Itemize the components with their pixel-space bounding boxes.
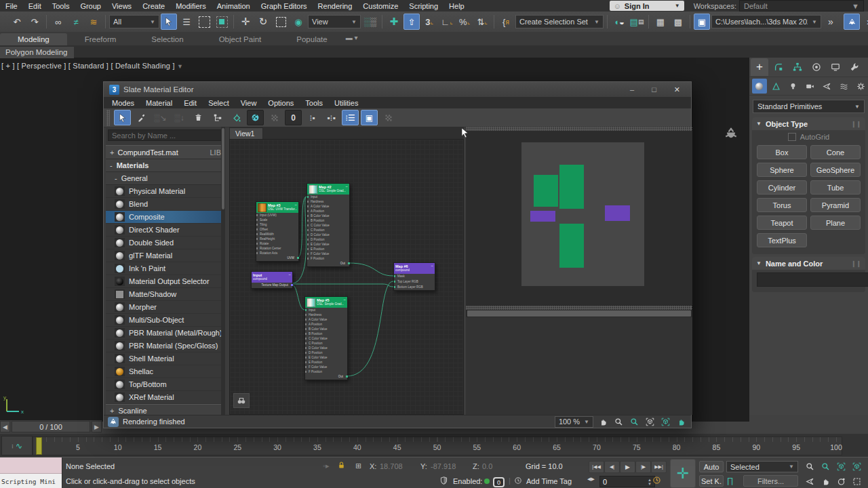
material-node-input[interactable]: Inputcompound−Texture Map Output [251,271,293,289]
tab-utilities[interactable] [846,58,863,76]
node-input-slot[interactable]: F Color Value [305,365,347,369]
node-input-slot[interactable]: A Position [305,322,347,327]
add-time-tag[interactable]: Add Time Tag [526,477,572,485]
node-output-slot[interactable]: Texture Map Output [252,283,292,288]
menu-help[interactable]: Help [443,2,470,10]
material-item-xref-material[interactable]: XRef Material [106,391,225,404]
scene-teapot-object[interactable] [721,125,741,142]
material-node-map2[interactable]: Map #2OSL: Simple Grad...−InputHardnessA… [307,183,350,267]
spinner-snap-button[interactable]: ⇅⌞ [474,14,490,30]
primitive-button-torus[interactable]: Torus [757,198,807,212]
viewport-label[interactable]: [ + ] [ Perspective ] [ Standard ] [ Def… [1,62,183,70]
materials-group-header[interactable]: - Materials [106,159,225,172]
isolate-selection-icon[interactable]: ◦▸ [323,462,329,470]
primitive-button-teapot[interactable]: Teapot [757,216,807,230]
maxscript-mini-listener[interactable]: Scripting Mini [0,458,62,488]
material-item-top-bottom[interactable]: Top/Bottom [106,378,225,391]
category-systems[interactable] [853,79,868,94]
material-item-shell-material[interactable]: Shell Material [106,352,225,365]
menu-graph-editors[interactable]: Graph Editors [256,2,313,10]
zoom-extents-all-icon[interactable] [850,461,864,472]
mini-listener-macro-row[interactable] [0,458,62,474]
tab-display[interactable] [827,58,844,76]
material-item-morpher[interactable]: Morpher [106,301,225,314]
slate-toolbar-grip[interactable] [106,110,110,126]
menu-scripting[interactable]: Scripting [403,2,443,10]
delete-selected-button[interactable] [190,110,207,125]
angle-snap-button[interactable]: ∟⌞ [439,14,455,30]
zoom-extents-icon[interactable] [644,417,656,427]
tab-motion[interactable] [808,58,825,76]
material-item-material-output-selector[interactable]: Material Output Selector [106,275,225,288]
material-id-channel-button[interactable]: 0 [285,110,302,125]
material-preview-pane[interactable] [466,131,692,306]
time-tag-clock-icon[interactable] [514,476,522,485]
material-item-physical-material[interactable]: Physical Material [106,185,225,198]
layout-children-vertical-button[interactable]: ⁝▪ [304,110,321,125]
edit-named-selection-sets-button[interactable]: {я [498,14,514,30]
node-collapse-icon[interactable]: − [294,203,297,207]
node-input-slot[interactable]: Offset [256,227,298,232]
node-header[interactable]: Map #5OSL: Simple Grad...− [305,297,347,308]
node-input-slot[interactable]: F Color Value [307,251,349,256]
redo-button[interactable]: ↷ [26,14,43,30]
material-item-multi-sub-object[interactable]: Multi/Sub-Object [106,314,225,327]
layer-explorer-button[interactable]: ▩ [670,14,686,30]
project-folder-dropdown[interactable]: C:\Users\lach...\3ds Max 2024 ▼ [711,15,821,28]
minimize-button[interactable]: – [630,85,634,94]
play-button[interactable]: ▶ [620,461,635,473]
keyboard-shortcut-override-button[interactable]: ⇧ [403,14,420,30]
menu-animation[interactable]: Animation [212,2,256,10]
node-input-slot[interactable]: B Position [307,218,349,223]
use-pivot-point-button[interactable]: ░░ [362,14,378,30]
tab-hierarchy[interactable] [789,58,806,76]
node-input-slot[interactable]: Scale [256,218,298,222]
toolbar-overflow-button-2[interactable]: » [861,14,868,30]
previous-frame-button[interactable]: ◀| [604,461,620,473]
current-frame-field[interactable]: 0 ▲▼ [599,476,655,487]
autogrid-checkbox[interactable] [788,133,796,141]
material-node-map5[interactable]: Map #5OSL: Simple Grad...−InputHardnessA… [304,296,348,380]
select-tool-button[interactable] [114,110,131,125]
zoom-extents-selected-icon[interactable] [660,417,671,427]
zoom-all-icon[interactable] [818,461,833,472]
mini-listener-script-row[interactable]: Scripting Mini [0,474,62,488]
tab-view1[interactable]: View1 [229,127,263,139]
primitive-button-pyramid[interactable]: Pyramid [810,198,861,212]
node-header[interactable]: Map #3OSL: UVW Transfor...− [256,202,298,213]
zoom-region-icon[interactable] [629,417,640,427]
primitive-button-tube[interactable]: Tube [810,180,861,195]
primitive-button-plane[interactable]: Plane [810,216,861,230]
node-input-slot[interactable]: C Position [305,341,347,346]
node-input-slot[interactable]: C Color Value [307,223,349,228]
primitive-button-cone[interactable]: Cone [810,145,861,159]
menu-rendering[interactable]: Rendering [313,2,358,10]
next-frame-arrow[interactable]: ▶ [92,421,102,432]
node-input-slot[interactable]: E Position [307,247,349,251]
primitive-button-geosphere[interactable]: GeoSphere [810,163,861,177]
category-lights[interactable] [786,79,801,94]
go-to-end-button[interactable]: ▶▶| [651,461,667,473]
node-header[interactable]: Map #6compound− [394,263,435,274]
render-map-button[interactable] [380,110,397,125]
menu-modifiers[interactable]: Modifiers [170,2,212,10]
snaps-toggle-button[interactable]: 3⌞ [421,14,437,30]
slate-menu-options[interactable]: Options [268,99,294,107]
show-parameter-editor-button[interactable]: ⁝☰ [342,110,359,125]
category-geometry[interactable] [752,79,767,94]
node-header[interactable]: Map #2OSL: Simple Grad...− [307,184,349,195]
name-color-rollout-header[interactable]: ▼ Name and Color ❙❙ [752,257,865,270]
material-item-matte-shadow[interactable]: Matte/Shadow [106,288,225,301]
named-selection-set-dropdown[interactable]: Create Selection Set ▼ [515,15,604,28]
general-group-header[interactable]: - General [106,172,225,185]
canvas-zoom-dropdown[interactable]: 100 % ▼ [555,416,593,428]
primitive-button-sphere[interactable]: Sphere [757,163,807,177]
pan-to-selected-icon[interactable] [675,417,687,427]
percent-snap-button[interactable]: %⌞ [456,14,473,30]
node-input-slot[interactable]: Bottom Layer RGB [394,285,435,290]
navigator-button[interactable] [233,393,250,408]
material-item-gltf-material[interactable]: glTF Material [106,249,225,262]
menu-create[interactable]: Create [137,2,170,10]
node-input-slot[interactable]: B Position [305,331,347,336]
ribbon-minimize-icon[interactable]: ▬ ▾ [345,29,359,45]
